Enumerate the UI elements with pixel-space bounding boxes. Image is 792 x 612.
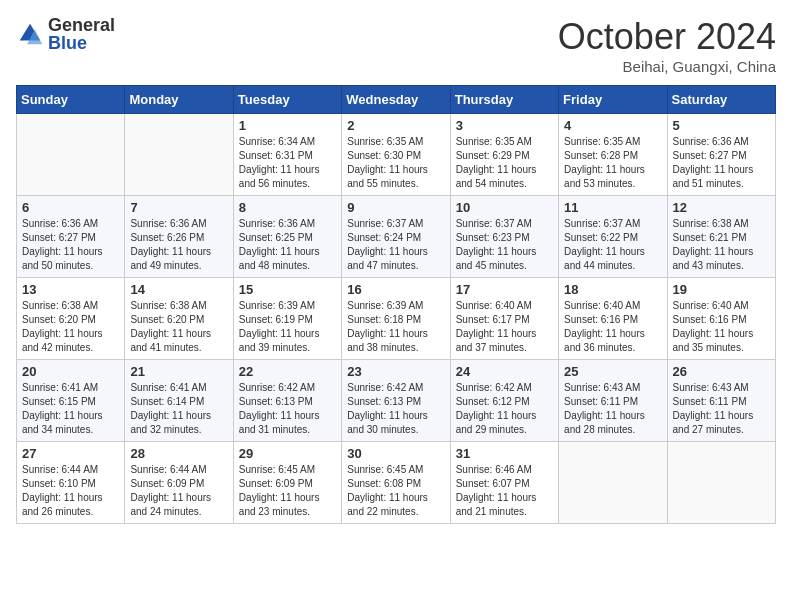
- calendar-cell: 4Sunrise: 6:35 AMSunset: 6:28 PMDaylight…: [559, 114, 667, 196]
- day-info: Sunrise: 6:37 AMSunset: 6:24 PMDaylight:…: [347, 217, 444, 273]
- day-info: Sunrise: 6:45 AMSunset: 6:08 PMDaylight:…: [347, 463, 444, 519]
- day-number: 13: [22, 282, 119, 297]
- calendar-cell: 20Sunrise: 6:41 AMSunset: 6:15 PMDayligh…: [17, 360, 125, 442]
- calendar-cell: 31Sunrise: 6:46 AMSunset: 6:07 PMDayligh…: [450, 442, 558, 524]
- day-number: 1: [239, 118, 336, 133]
- day-info: Sunrise: 6:46 AMSunset: 6:07 PMDaylight:…: [456, 463, 553, 519]
- day-number: 25: [564, 364, 661, 379]
- day-number: 10: [456, 200, 553, 215]
- calendar: SundayMondayTuesdayWednesdayThursdayFrid…: [16, 85, 776, 524]
- day-number: 24: [456, 364, 553, 379]
- day-number: 28: [130, 446, 227, 461]
- day-info: Sunrise: 6:39 AMSunset: 6:19 PMDaylight:…: [239, 299, 336, 355]
- calendar-cell: 3Sunrise: 6:35 AMSunset: 6:29 PMDaylight…: [450, 114, 558, 196]
- day-number: 26: [673, 364, 770, 379]
- day-info: Sunrise: 6:45 AMSunset: 6:09 PMDaylight:…: [239, 463, 336, 519]
- weekday-header-friday: Friday: [559, 86, 667, 114]
- calendar-cell: 22Sunrise: 6:42 AMSunset: 6:13 PMDayligh…: [233, 360, 341, 442]
- day-info: Sunrise: 6:38 AMSunset: 6:20 PMDaylight:…: [22, 299, 119, 355]
- day-info: Sunrise: 6:36 AMSunset: 6:26 PMDaylight:…: [130, 217, 227, 273]
- day-number: 17: [456, 282, 553, 297]
- day-number: 18: [564, 282, 661, 297]
- calendar-week-2: 6Sunrise: 6:36 AMSunset: 6:27 PMDaylight…: [17, 196, 776, 278]
- calendar-cell: 8Sunrise: 6:36 AMSunset: 6:25 PMDaylight…: [233, 196, 341, 278]
- calendar-cell: 1Sunrise: 6:34 AMSunset: 6:31 PMDaylight…: [233, 114, 341, 196]
- calendar-cell: 29Sunrise: 6:45 AMSunset: 6:09 PMDayligh…: [233, 442, 341, 524]
- day-number: 7: [130, 200, 227, 215]
- calendar-cell: 17Sunrise: 6:40 AMSunset: 6:17 PMDayligh…: [450, 278, 558, 360]
- day-number: 21: [130, 364, 227, 379]
- day-info: Sunrise: 6:41 AMSunset: 6:14 PMDaylight:…: [130, 381, 227, 437]
- day-info: Sunrise: 6:35 AMSunset: 6:29 PMDaylight:…: [456, 135, 553, 191]
- calendar-cell: 18Sunrise: 6:40 AMSunset: 6:16 PMDayligh…: [559, 278, 667, 360]
- day-number: 15: [239, 282, 336, 297]
- day-number: 20: [22, 364, 119, 379]
- day-info: Sunrise: 6:42 AMSunset: 6:13 PMDaylight:…: [239, 381, 336, 437]
- day-number: 16: [347, 282, 444, 297]
- weekday-header-wednesday: Wednesday: [342, 86, 450, 114]
- day-number: 5: [673, 118, 770, 133]
- calendar-cell: 10Sunrise: 6:37 AMSunset: 6:23 PMDayligh…: [450, 196, 558, 278]
- day-info: Sunrise: 6:35 AMSunset: 6:30 PMDaylight:…: [347, 135, 444, 191]
- weekday-header-tuesday: Tuesday: [233, 86, 341, 114]
- logo-blue: Blue: [48, 34, 115, 52]
- day-number: 23: [347, 364, 444, 379]
- calendar-cell: 9Sunrise: 6:37 AMSunset: 6:24 PMDaylight…: [342, 196, 450, 278]
- calendar-cell: 16Sunrise: 6:39 AMSunset: 6:18 PMDayligh…: [342, 278, 450, 360]
- calendar-cell: [559, 442, 667, 524]
- weekday-header-thursday: Thursday: [450, 86, 558, 114]
- page-header: General Blue October 2024 Beihai, Guangx…: [16, 16, 776, 75]
- day-number: 14: [130, 282, 227, 297]
- calendar-cell: 11Sunrise: 6:37 AMSunset: 6:22 PMDayligh…: [559, 196, 667, 278]
- day-info: Sunrise: 6:38 AMSunset: 6:20 PMDaylight:…: [130, 299, 227, 355]
- calendar-cell: 26Sunrise: 6:43 AMSunset: 6:11 PMDayligh…: [667, 360, 775, 442]
- calendar-cell: 28Sunrise: 6:44 AMSunset: 6:09 PMDayligh…: [125, 442, 233, 524]
- day-info: Sunrise: 6:44 AMSunset: 6:10 PMDaylight:…: [22, 463, 119, 519]
- calendar-cell: 5Sunrise: 6:36 AMSunset: 6:27 PMDaylight…: [667, 114, 775, 196]
- logo-general: General: [48, 16, 115, 34]
- day-number: 2: [347, 118, 444, 133]
- calendar-cell: 2Sunrise: 6:35 AMSunset: 6:30 PMDaylight…: [342, 114, 450, 196]
- calendar-cell: [17, 114, 125, 196]
- day-info: Sunrise: 6:40 AMSunset: 6:17 PMDaylight:…: [456, 299, 553, 355]
- day-info: Sunrise: 6:40 AMSunset: 6:16 PMDaylight:…: [564, 299, 661, 355]
- calendar-cell: [125, 114, 233, 196]
- calendar-cell: 27Sunrise: 6:44 AMSunset: 6:10 PMDayligh…: [17, 442, 125, 524]
- day-number: 27: [22, 446, 119, 461]
- day-info: Sunrise: 6:38 AMSunset: 6:21 PMDaylight:…: [673, 217, 770, 273]
- logo: General Blue: [16, 16, 115, 52]
- weekday-header-saturday: Saturday: [667, 86, 775, 114]
- day-info: Sunrise: 6:41 AMSunset: 6:15 PMDaylight:…: [22, 381, 119, 437]
- calendar-week-5: 27Sunrise: 6:44 AMSunset: 6:10 PMDayligh…: [17, 442, 776, 524]
- calendar-cell: [667, 442, 775, 524]
- day-info: Sunrise: 6:36 AMSunset: 6:27 PMDaylight:…: [673, 135, 770, 191]
- location: Beihai, Guangxi, China: [558, 58, 776, 75]
- calendar-cell: 6Sunrise: 6:36 AMSunset: 6:27 PMDaylight…: [17, 196, 125, 278]
- calendar-cell: 14Sunrise: 6:38 AMSunset: 6:20 PMDayligh…: [125, 278, 233, 360]
- day-info: Sunrise: 6:36 AMSunset: 6:27 PMDaylight:…: [22, 217, 119, 273]
- calendar-week-1: 1Sunrise: 6:34 AMSunset: 6:31 PMDaylight…: [17, 114, 776, 196]
- day-number: 19: [673, 282, 770, 297]
- day-number: 4: [564, 118, 661, 133]
- calendar-cell: 25Sunrise: 6:43 AMSunset: 6:11 PMDayligh…: [559, 360, 667, 442]
- logo-icon: [16, 20, 44, 48]
- day-info: Sunrise: 6:44 AMSunset: 6:09 PMDaylight:…: [130, 463, 227, 519]
- day-number: 12: [673, 200, 770, 215]
- calendar-week-3: 13Sunrise: 6:38 AMSunset: 6:20 PMDayligh…: [17, 278, 776, 360]
- month-title: October 2024: [558, 16, 776, 58]
- calendar-cell: 13Sunrise: 6:38 AMSunset: 6:20 PMDayligh…: [17, 278, 125, 360]
- logo-text: General Blue: [48, 16, 115, 52]
- calendar-cell: 21Sunrise: 6:41 AMSunset: 6:14 PMDayligh…: [125, 360, 233, 442]
- calendar-cell: 24Sunrise: 6:42 AMSunset: 6:12 PMDayligh…: [450, 360, 558, 442]
- day-number: 11: [564, 200, 661, 215]
- day-info: Sunrise: 6:37 AMSunset: 6:22 PMDaylight:…: [564, 217, 661, 273]
- title-block: October 2024 Beihai, Guangxi, China: [558, 16, 776, 75]
- calendar-cell: 23Sunrise: 6:42 AMSunset: 6:13 PMDayligh…: [342, 360, 450, 442]
- day-number: 31: [456, 446, 553, 461]
- day-info: Sunrise: 6:40 AMSunset: 6:16 PMDaylight:…: [673, 299, 770, 355]
- day-number: 29: [239, 446, 336, 461]
- day-info: Sunrise: 6:39 AMSunset: 6:18 PMDaylight:…: [347, 299, 444, 355]
- day-number: 30: [347, 446, 444, 461]
- day-info: Sunrise: 6:36 AMSunset: 6:25 PMDaylight:…: [239, 217, 336, 273]
- day-info: Sunrise: 6:43 AMSunset: 6:11 PMDaylight:…: [673, 381, 770, 437]
